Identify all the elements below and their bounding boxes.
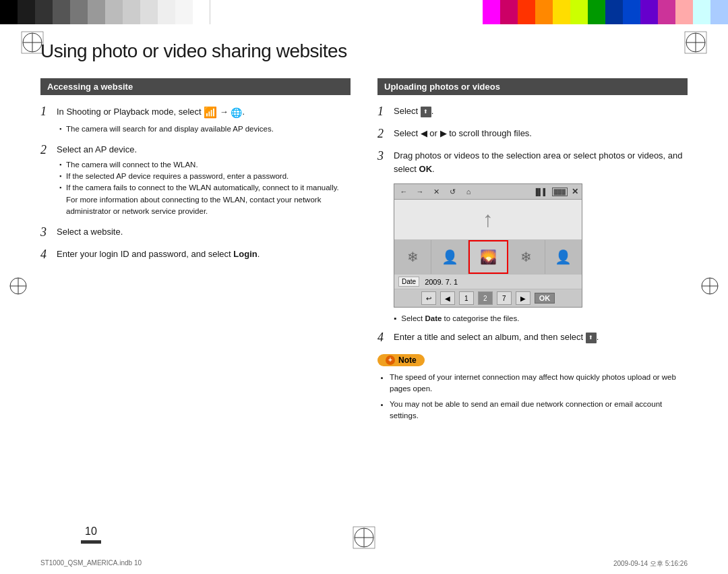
step-number-4: 4 <box>40 248 57 262</box>
swatch-9 <box>158 0 175 24</box>
swatch-lime <box>570 0 588 24</box>
swatch-2 <box>35 0 53 24</box>
date-value: 2009. 7. 1 <box>425 278 578 286</box>
right-step-1: 1 Select ⬆. <box>377 105 688 119</box>
bullet-item: The camera will search for and display a… <box>59 123 351 135</box>
step-number-2: 2 <box>40 143 57 157</box>
note-section: + Note The speed of your internet connec… <box>377 353 688 422</box>
left-step-3: 3 Select a website. <box>40 225 351 239</box>
left-nav-btn[interactable]: ◀ <box>440 291 455 305</box>
swatch-lightcyan <box>693 0 710 24</box>
reg-mark-mr <box>700 276 720 299</box>
swatch-white <box>193 0 210 24</box>
swatch-black <box>0 0 18 24</box>
date-label[interactable]: Date <box>398 277 419 287</box>
swatch-orange <box>535 0 553 24</box>
note-header: + Note <box>377 354 425 366</box>
top-bar-white <box>210 0 483 24</box>
left-column: Accessing a website 1 In Shooting or Pla… <box>40 78 351 426</box>
right-step-3: 3 Drag photos or videos to the selection… <box>377 149 688 175</box>
left-swatches <box>0 0 210 24</box>
swatch-red <box>518 0 535 24</box>
thumbnail-1: ❄ <box>394 240 431 274</box>
right-step-content-2: Select ◀ or ▶ to scroll through files. <box>394 127 688 140</box>
bullet-item: If the camera fails to connect to the WL… <box>59 182 351 217</box>
step-content-3: Select a website. <box>57 225 351 239</box>
left-step-1: 1 In Shooting or Playback mode, select 📶… <box>40 105 351 135</box>
right-step-content-4: Enter a title and select an album, and t… <box>394 331 688 344</box>
step-number-1: 1 <box>40 105 57 119</box>
bullet-item: If the selected AP device requires a pas… <box>59 171 351 182</box>
page-bar <box>81 540 101 544</box>
swatch-magenta <box>483 0 500 24</box>
bullet-dot: ▪ <box>394 314 396 322</box>
page-number-area: 10 <box>81 525 101 544</box>
ok-button[interactable]: OK <box>535 293 555 304</box>
swatch-violet <box>658 0 675 24</box>
login-bold: Login <box>233 249 257 259</box>
forward-icon: → <box>414 186 426 197</box>
swatch-darkblue <box>605 0 623 24</box>
close-button[interactable]: ✕ <box>572 187 578 196</box>
right-nav-btn[interactable]: ▶ <box>516 291 530 305</box>
note-circle-icon: + <box>386 355 395 365</box>
step-content-2: Select an AP device. The camera will con… <box>57 143 351 217</box>
step-content-1: In Shooting or Playback mode, select 📶 →… <box>57 105 351 135</box>
refresh-icon: ↺ <box>446 186 458 197</box>
swatch-green <box>588 0 605 24</box>
swatch-5 <box>88 0 105 24</box>
swatch-lightpink <box>675 0 693 24</box>
left-section-header: Accessing a website <box>40 78 351 95</box>
thumbnail-2: 👤 <box>431 240 468 274</box>
battery-icon: ▓▓▓ <box>552 188 568 196</box>
reg-mark-bc <box>352 525 376 552</box>
note-bullet-1: The speed of your internet connection ma… <box>390 372 688 395</box>
swatch-purple <box>640 0 658 24</box>
right-step-2: 2 Select ◀ or ▶ to scroll through files. <box>377 127 688 141</box>
right-step-number-3: 3 <box>377 149 394 163</box>
main-content: Using photo or video sharing websites Ac… <box>40 40 688 547</box>
right-step-number-4: 4 <box>377 331 394 345</box>
footer-left: ST1000_QSM_AMERICA.indb 10 <box>40 559 142 569</box>
camera-toolbar: ← → ✕ ↺ ⌂ ▐▌▌ ▓▓▓ ✕ <box>394 184 582 200</box>
thumbnail-3: 🌄 <box>468 240 508 274</box>
camera-ui-mockup: ← → ✕ ↺ ⌂ ▐▌▌ ▓▓▓ ✕ ↑ ❄ <box>394 183 582 308</box>
page-title: Using photo or video sharing websites <box>40 40 688 62</box>
two-column-layout: Accessing a website 1 In Shooting or Pla… <box>40 78 688 426</box>
page-number: 10 <box>85 525 97 538</box>
right-step-4: 4 Enter a title and select an album, and… <box>377 331 688 345</box>
swatch-7 <box>123 0 140 24</box>
swatch-lightblue <box>710 0 728 24</box>
swatch-blue <box>623 0 640 24</box>
date-bold: Date <box>425 314 442 322</box>
left-step-2: 2 Select an AP device. The camera will c… <box>40 143 351 217</box>
bullet-item: The camera will connect to the WLAN. <box>59 159 351 171</box>
left-step-4: 4 Enter your login ID and password, and … <box>40 248 351 262</box>
page-2-btn[interactable]: 2 <box>478 291 493 305</box>
thumbnail-5: 👤 <box>545 240 582 274</box>
page-1-btn[interactable]: 1 <box>459 291 474 305</box>
thumbnail-4: ❄ <box>508 240 545 274</box>
right-swatches <box>483 0 728 24</box>
footer-right: 2009-09-14 오후 5:16:26 <box>613 559 688 569</box>
camera-date-bar: Date 2009. 7. 1 <box>394 274 582 289</box>
after-ui-bullet: ▪ Select Date to categorise the files. <box>394 314 688 322</box>
page-footer: ST1000_QSM_AMERICA.indb 10 2009-09-14 오후… <box>40 559 688 569</box>
right-step-number-2: 2 <box>377 127 394 141</box>
reg-mark-ml <box>8 276 28 299</box>
ok-bold: OK <box>419 164 433 174</box>
page-7-btn[interactable]: 7 <box>497 291 512 305</box>
close-icon: ✕ <box>430 186 442 197</box>
swatch-6 <box>105 0 123 24</box>
swatch-3 <box>53 0 70 24</box>
right-column: Uploading photos or videos 1 Select ⬆. 2… <box>377 78 688 426</box>
note-list: The speed of your internet connection ma… <box>390 372 688 422</box>
swatch-1 <box>18 0 35 24</box>
swatch-yellow <box>553 0 570 24</box>
camera-thumbnail-row: ❄ 👤 🌄 ❄ 👤 <box>394 240 582 274</box>
back-nav-btn[interactable]: ↩ <box>421 291 436 305</box>
swatch-pink <box>500 0 518 24</box>
upload-arrow-icon: ↑ <box>483 207 493 232</box>
step-2-bullets: The camera will connect to the WLAN. If … <box>59 159 351 217</box>
home-icon: ⌂ <box>462 186 475 197</box>
